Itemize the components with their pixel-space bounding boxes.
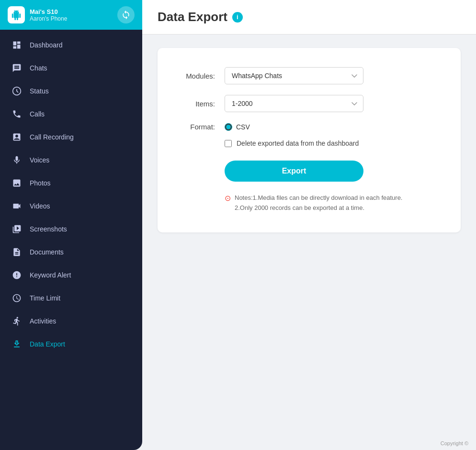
sidebar-header: Mai's S10 Aaron's Phone	[0, 0, 142, 30]
format-row: Format: CSV	[177, 123, 432, 131]
android-icon	[8, 6, 25, 23]
sidebar-item-label: Data Export	[30, 340, 65, 348]
notes-line1: Notes:1.Media files can be directly down…	[235, 194, 402, 201]
delete-checkbox[interactable]	[225, 140, 232, 147]
phone-icon	[11, 109, 22, 119]
sidebar-item-label: Documents	[30, 248, 64, 256]
time-icon	[11, 293, 22, 303]
sidebar-item-calls[interactable]: Calls	[0, 103, 142, 126]
sidebar-item-documents[interactable]: Documents	[0, 241, 142, 264]
sidebar-item-screenshots[interactable]: Screenshots	[0, 218, 142, 241]
notes-section: ⊙ Notes:1.Media files can be directly do…	[225, 193, 432, 213]
call-recording-icon	[11, 132, 22, 142]
page-title: Data Export	[158, 10, 227, 24]
delete-checkbox-label: Delete exported data from the dashboard	[237, 139, 359, 147]
sidebar-item-data-export[interactable]: Data Export	[0, 333, 142, 356]
format-label: Format:	[177, 123, 215, 131]
sidebar-item-activities[interactable]: Activities	[0, 310, 142, 333]
items-label: Items:	[177, 100, 215, 108]
sidebar-item-label: Videos	[30, 202, 50, 210]
nav-menu: Dashboard Chats Status Calls	[0, 30, 142, 450]
chat-icon	[11, 63, 22, 73]
sidebar-item-label: Time Limit	[30, 294, 60, 302]
sync-button[interactable]	[117, 6, 135, 23]
sidebar-item-label: Status	[30, 87, 49, 95]
notes-warning-icon: ⊙	[225, 194, 231, 203]
notes-line2: 2.Only 2000 records can be exported at a…	[235, 204, 364, 211]
sidebar-item-voices[interactable]: Voices	[0, 149, 142, 172]
dashboard-icon	[11, 40, 22, 50]
sidebar-item-label: Chats	[30, 64, 47, 72]
modules-label: Modules:	[177, 72, 215, 80]
items-select[interactable]: 1-2000	[225, 95, 363, 112]
info-icon[interactable]: i	[232, 12, 243, 23]
sidebar-item-label: Activities	[30, 317, 56, 325]
status-icon	[11, 86, 22, 96]
modules-select[interactable]: WhatsApp Chats SMS Calls Photos Videos	[225, 67, 363, 84]
items-row: Items: 1-2000	[177, 95, 432, 112]
sidebar-item-photos[interactable]: Photos	[0, 172, 142, 195]
sidebar: Mai's S10 Aaron's Phone Dashboard Chats	[0, 0, 142, 450]
device-info: Mai's S10 Aaron's Phone	[30, 8, 67, 22]
device-info-group: Mai's S10 Aaron's Phone	[8, 6, 67, 23]
sidebar-item-chats[interactable]: Chats	[0, 57, 142, 80]
sidebar-item-label: Screenshots	[30, 225, 67, 233]
sidebar-item-call-recording[interactable]: Call Recording	[0, 126, 142, 149]
sidebar-item-keyword-alert[interactable]: Keyword Alert	[0, 264, 142, 287]
phone-name: Aaron's Phone	[30, 15, 67, 22]
delete-checkbox-row: Delete exported data from the dashboard	[225, 139, 432, 147]
modules-row: Modules: WhatsApp Chats SMS Calls Photos…	[177, 67, 432, 84]
format-radio-group: CSV	[225, 123, 250, 131]
sidebar-item-label: Photos	[30, 179, 51, 187]
sidebar-item-status[interactable]: Status	[0, 80, 142, 103]
document-icon	[11, 247, 22, 257]
video-icon	[11, 201, 22, 211]
csv-label: CSV	[236, 123, 250, 131]
notes-text: Notes:1.Media files can be directly down…	[235, 193, 402, 213]
sidebar-item-label: Call Recording	[30, 133, 74, 141]
device-name: Mai's S10	[30, 8, 67, 15]
sidebar-item-label: Dashboard	[30, 41, 63, 49]
sidebar-item-label: Voices	[30, 156, 49, 164]
copyright: Copyright ©	[142, 437, 476, 450]
export-button[interactable]: Export	[225, 161, 363, 182]
screenshot-icon	[11, 224, 22, 234]
export-icon	[11, 339, 22, 349]
main-content: Data Export i Modules: WhatsApp Chats SM…	[142, 0, 476, 450]
export-card: Modules: WhatsApp Chats SMS Calls Photos…	[158, 48, 461, 232]
page-header: Data Export i	[142, 0, 476, 35]
content-area: Modules: WhatsApp Chats SMS Calls Photos…	[142, 35, 476, 437]
keyword-icon	[11, 270, 22, 280]
sidebar-item-label: Keyword Alert	[30, 271, 71, 279]
sidebar-item-videos[interactable]: Videos	[0, 195, 142, 218]
mic-icon	[11, 155, 22, 165]
sidebar-item-time-limit[interactable]: Time Limit	[0, 287, 142, 310]
photo-icon	[11, 178, 22, 188]
csv-radio[interactable]	[225, 123, 232, 131]
sidebar-item-label: Calls	[30, 110, 45, 118]
activities-icon	[11, 316, 22, 326]
sidebar-item-dashboard[interactable]: Dashboard	[0, 34, 142, 57]
